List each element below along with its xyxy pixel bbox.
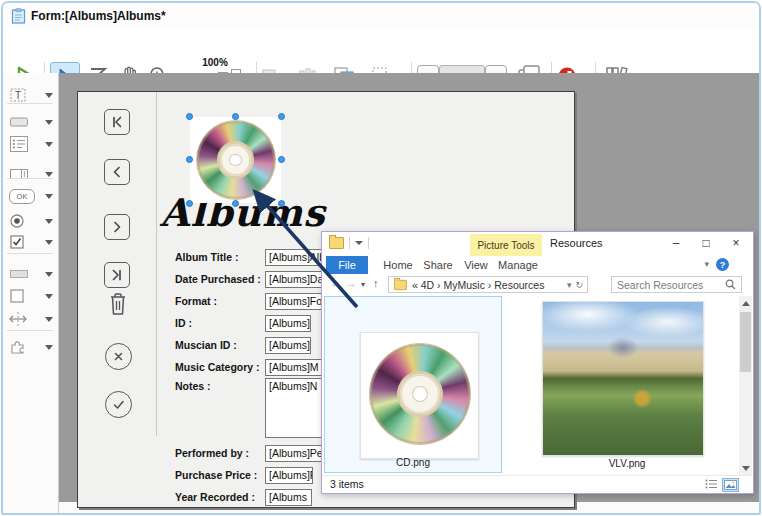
vlv-thumbnail — [542, 301, 704, 456]
scroll-up-icon[interactable] — [742, 301, 750, 306]
input-tool[interactable] — [9, 111, 53, 133]
button-tool[interactable]: OK — [9, 185, 53, 207]
main-toolbar: 100% ‹ 1/1 › — [3, 29, 759, 74]
selection-handle[interactable] — [278, 113, 285, 120]
selection-handle[interactable] — [186, 200, 193, 207]
last-record-button[interactable] — [104, 262, 130, 288]
field-label: ID : — [175, 317, 265, 329]
selection-handle[interactable] — [186, 156, 193, 163]
picture-tools-tab[interactable]: Picture Tools — [470, 234, 542, 256]
tab-file[interactable]: File — [326, 256, 368, 274]
list-box-tool[interactable] — [9, 133, 53, 155]
checkbox-tool[interactable] — [9, 231, 53, 253]
window-title: Form:[Albums]Albums* — [31, 9, 166, 23]
item-count: 3 items — [330, 478, 364, 490]
help-icon[interactable]: ? — [716, 258, 729, 271]
ribbon-collapse-caret[interactable]: ▾ — [704, 259, 709, 269]
splitter-tool-icon — [9, 311, 27, 327]
minimize-button[interactable]: – — [661, 232, 691, 254]
scroll-down-icon[interactable] — [742, 466, 750, 471]
next-record-button[interactable] — [104, 214, 130, 240]
field-input[interactable]: [Albums] — [265, 315, 311, 332]
close-button[interactable]: × — [721, 232, 751, 254]
field-label: Notes : — [175, 378, 265, 392]
scrollbar-thumb[interactable] — [740, 312, 751, 372]
view-switcher — [705, 478, 739, 492]
sidebar-separator — [7, 253, 53, 254]
field-label: Year Recorded : — [175, 491, 265, 503]
rectangle-tool-icon — [9, 288, 25, 304]
zoom-level-label: 100% — [177, 57, 253, 68]
plugin-area-tool[interactable] — [9, 336, 53, 358]
cd-disc-image — [197, 121, 275, 199]
selection-handle[interactable] — [232, 113, 239, 120]
validate-button[interactable] — [105, 391, 132, 418]
cancel-button[interactable] — [105, 343, 132, 370]
maximize-button[interactable]: □ — [691, 232, 721, 254]
file-item-cd[interactable]: CD.png — [324, 296, 502, 473]
selection-handle[interactable] — [232, 200, 239, 207]
field-label: Performed by : — [175, 447, 265, 459]
radio-button-tool[interactable] — [9, 210, 53, 232]
tab-manage[interactable]: Manage — [494, 256, 542, 274]
sidebar-separator — [7, 103, 53, 104]
selection-handle[interactable] — [186, 113, 193, 120]
refresh-icon[interactable]: ↻ — [575, 280, 583, 290]
static-field-tool-caret[interactable] — [45, 272, 53, 277]
field-label: Muscian ID : — [175, 339, 265, 351]
address-dropdown-caret[interactable]: ▾ — [567, 280, 572, 290]
button-tool-caret[interactable] — [45, 194, 53, 199]
splitter-tool-caret[interactable] — [45, 317, 53, 322]
up-icon[interactable]: ↑ — [373, 277, 379, 289]
large-icons-view-icon[interactable] — [722, 478, 739, 492]
field-input[interactable]: [Albums — [265, 489, 312, 506]
delete-record-button[interactable] — [107, 289, 129, 319]
file-item-vlv[interactable]: VLV.png — [522, 296, 732, 473]
field-label: Date Purchased : — [175, 273, 265, 285]
folder-icon — [329, 237, 344, 249]
input-tool-caret[interactable] — [45, 120, 53, 125]
plugin-area-tool-caret[interactable] — [45, 345, 53, 350]
cd-picture-object[interactable] — [190, 117, 281, 203]
combo-box-tool-caret[interactable] — [45, 172, 53, 177]
field-input[interactable]: [Albums]P — [265, 467, 313, 484]
address-input[interactable]: « 4D › MyMusic › Resources ▾ ↻ — [388, 276, 588, 293]
file-name: VLV.png — [522, 458, 732, 469]
list-box-tool-caret[interactable] — [45, 142, 53, 147]
field-label: Music Category : — [175, 361, 265, 373]
screenshot-root: Form:[Albums]Albums* 100% — [0, 0, 762, 516]
text-tool-icon: T — [9, 87, 29, 103]
rectangle-tool-caret[interactable] — [45, 294, 53, 299]
forward-icon[interactable]: → — [346, 277, 357, 289]
explorer-window-title: Resources — [550, 237, 603, 249]
vertical-scrollbar[interactable] — [739, 296, 752, 476]
field-label: Purchase Price : — [175, 469, 265, 481]
first-record-button[interactable] — [104, 109, 130, 135]
last-record-icon — [110, 268, 124, 282]
selection-handle[interactable] — [278, 200, 285, 207]
details-view-icon[interactable] — [705, 478, 718, 490]
tab-home[interactable]: Home — [378, 256, 418, 274]
checkbox-tool-caret[interactable] — [45, 240, 53, 245]
sidebar-separator — [7, 330, 53, 331]
combo-box-tool[interactable] — [9, 163, 53, 185]
static-field-tool[interactable] — [9, 263, 53, 285]
button-tool-icon: OK — [9, 189, 35, 204]
previous-record-button[interactable] — [104, 159, 130, 185]
window-controls: – □ × — [661, 232, 751, 254]
next-record-icon — [110, 220, 124, 234]
tab-view[interactable]: View — [458, 256, 494, 274]
splitter-tool[interactable] — [9, 308, 53, 330]
qat-dropdown-caret[interactable] — [355, 241, 363, 245]
radio-button-tool-caret[interactable] — [45, 219, 53, 224]
rectangle-tool[interactable] — [9, 285, 53, 307]
explorer-title-bar[interactable]: Picture Tools Resources – □ × — [322, 232, 753, 256]
svg-text:T: T — [15, 90, 21, 101]
text-tool-caret[interactable] — [45, 93, 53, 98]
selection-handle[interactable] — [278, 156, 285, 163]
back-icon[interactable]: ← — [330, 277, 341, 289]
tab-share[interactable]: Share — [418, 256, 458, 274]
field-input[interactable]: [Albums] — [265, 337, 311, 354]
recent-locations-caret[interactable]: ▾ — [361, 280, 365, 289]
search-input[interactable]: Search Resources — [611, 276, 742, 293]
